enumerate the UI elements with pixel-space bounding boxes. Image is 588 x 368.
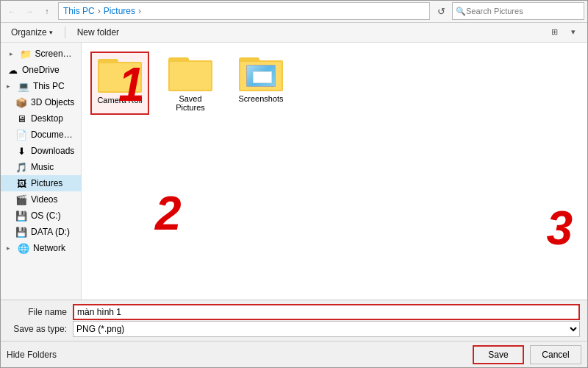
- sidebar-item-onedrive[interactable]: ☁ OneDrive: [1, 62, 81, 78]
- computer-icon: 💻: [18, 80, 29, 92]
- sidebar-item-osc[interactable]: 💾 OS (C:): [1, 208, 81, 224]
- address-bar: ← → ↑ This PC › Pictures › ↺ 🔍: [1, 1, 587, 23]
- filename-row: File name: [8, 304, 580, 320]
- sidebar-item-thispc[interactable]: ▸ 💻 This PC: [1, 78, 81, 94]
- up-icon: ↑: [46, 7, 49, 15]
- savetype-select[interactable]: PNG (*.png): [73, 321, 580, 337]
- sidebar-item-downloads[interactable]: ⬇ Downloads: [1, 143, 81, 159]
- sidebar-item-pictures[interactable]: 🖼 Pictures: [1, 175, 81, 191]
- refresh-icon: ↺: [437, 6, 445, 17]
- filename-input[interactable]: [73, 304, 580, 320]
- toolbar: Organize ▾ New folder ⊞ ▾: [1, 23, 587, 43]
- back-button[interactable]: ←: [4, 3, 20, 19]
- folder-camera-roll-label: Camera Roll: [97, 96, 142, 105]
- sidebar-item-datad[interactable]: 💾 DATA (D:): [1, 224, 81, 240]
- breadcrumb-thispc[interactable]: This PC: [63, 6, 95, 16]
- toolbar-separator: [65, 26, 65, 38]
- sidebar-item-screenshots[interactable]: ▸ 📁 Screenshots: [1, 46, 81, 62]
- up-button[interactable]: ↑: [39, 3, 55, 19]
- file-area: Camera Roll Saved Pictures: [82, 43, 587, 300]
- sidebar-item-network[interactable]: ▸ 🌐 Network: [1, 240, 81, 256]
- breadcrumb-sep2: ›: [138, 6, 141, 16]
- organize-dropdown-icon: ▾: [49, 29, 53, 36]
- folder-camera-roll-icon: [98, 56, 142, 93]
- folder-camera-roll[interactable]: Camera Roll: [90, 52, 149, 115]
- back-icon: ←: [8, 7, 15, 15]
- forward-button[interactable]: →: [21, 3, 37, 19]
- sidebar-item-videos[interactable]: 🎬 Videos: [1, 191, 81, 208]
- view-button[interactable]: ⊞: [546, 24, 562, 40]
- sidebar-item-desktop[interactable]: 🖥 Desktop: [1, 110, 81, 127]
- downloads-icon: ⬇: [15, 145, 27, 157]
- hide-folders-label: Hide Folders: [7, 350, 57, 360]
- bottom-area: File name Save as type: PNG (*.png): [1, 300, 587, 341]
- music-icon: 🎵: [15, 161, 27, 173]
- search-icon: 🔍: [456, 7, 466, 16]
- savetype-row: Save as type: PNG (*.png): [8, 321, 580, 337]
- folder-saved-pictures[interactable]: Saved Pictures: [161, 52, 220, 115]
- desktop-icon: 🖥: [15, 113, 27, 124]
- folder-saved-pictures-label: Saved Pictures: [164, 94, 217, 112]
- main-area: ▸ 📁 Screenshots ☁ OneDrive ▸ 💻 This PC 📦…: [1, 43, 587, 300]
- documents-icon: 📄: [15, 129, 27, 141]
- filename-label: File name: [8, 307, 67, 317]
- sidebar-item-3dobjects[interactable]: 📦 3D Objects: [1, 94, 81, 110]
- folder-screenshots[interactable]: Screenshots: [232, 52, 290, 115]
- breadcrumb-pictures[interactable]: Pictures: [104, 6, 135, 16]
- savetype-label: Save as type:: [8, 324, 67, 334]
- cloud-icon: ☁: [7, 64, 18, 76]
- forward-icon: →: [26, 7, 33, 15]
- button-row: Hide Folders Save Cancel: [1, 341, 587, 367]
- search-box: 🔍: [452, 2, 584, 20]
- folder-icon: 📁: [20, 48, 32, 60]
- organize-button[interactable]: Organize ▾: [7, 24, 57, 41]
- folder-preview-image: [246, 65, 276, 87]
- sidebar: ▸ 📁 Screenshots ☁ OneDrive ▸ 💻 This PC 📦…: [1, 43, 82, 300]
- sidebar-expand-icon: ▸: [10, 50, 15, 57]
- breadcrumb-sep1: ›: [98, 6, 101, 16]
- folder-saved-pictures-icon: [168, 54, 212, 91]
- 3dobjects-icon: 📦: [15, 96, 27, 108]
- pictures-icon: 🖼: [15, 177, 27, 189]
- view-dropdown-button[interactable]: ▾: [565, 24, 581, 40]
- drive-c-icon: 💾: [15, 210, 27, 222]
- folder-screenshots-icon: [239, 54, 283, 91]
- sidebar-item-documents[interactable]: 📄 Documents: [1, 127, 81, 143]
- expand-icon: ▸: [7, 82, 12, 90]
- drive-d-icon: 💾: [15, 226, 27, 238]
- network-expand-icon: ▸: [7, 244, 12, 252]
- breadcrumb: This PC › Pictures ›: [58, 2, 430, 20]
- search-input[interactable]: [466, 7, 569, 15]
- videos-icon: 🎬: [15, 194, 27, 205]
- save-button[interactable]: Save: [473, 345, 524, 364]
- new-folder-button[interactable]: New folder: [73, 24, 123, 41]
- cancel-button[interactable]: Cancel: [530, 345, 581, 364]
- refresh-button[interactable]: ↺: [433, 3, 449, 19]
- sidebar-item-music[interactable]: 🎵 Music: [1, 159, 81, 175]
- network-icon: 🌐: [18, 242, 29, 254]
- folder-screenshots-label: Screenshots: [238, 94, 283, 103]
